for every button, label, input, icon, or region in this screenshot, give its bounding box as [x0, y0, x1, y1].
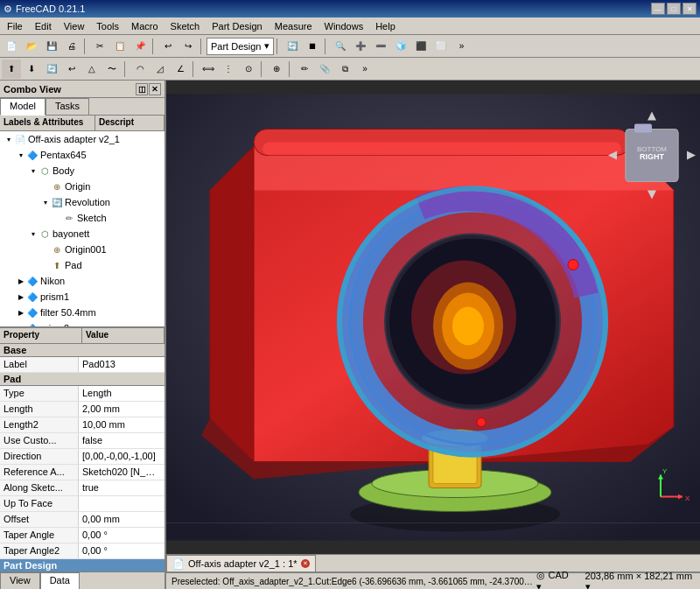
pd-pocket-btn[interactable]: ⬇: [22, 60, 41, 79]
pd-overflow-btn[interactable]: »: [355, 60, 374, 79]
menu-part-design[interactable]: Part Design: [206, 20, 267, 32]
menu-help[interactable]: Help: [370, 20, 401, 32]
view-front-btn[interactable]: ⬛: [411, 37, 430, 56]
pd-clone-btn[interactable]: ⧉: [335, 60, 354, 79]
menu-macro[interactable]: Macro: [126, 20, 164, 32]
pd-revolve-btn[interactable]: 🔄: [42, 60, 61, 79]
tree-item-icon: 🔷: [26, 149, 38, 161]
menu-sketch[interactable]: Sketch: [165, 20, 206, 32]
tree-expander-icon[interactable]: [40, 260, 51, 270]
tree-expander-icon[interactable]: ▶: [16, 307, 26, 318]
zoom-fit-btn[interactable]: 🔍: [331, 37, 350, 56]
overflow-btn[interactable]: »: [452, 37, 471, 56]
menu-windows[interactable]: Windows: [319, 20, 369, 32]
props-row[interactable]: Length2,00 mm: [0, 402, 164, 417]
zoom-in-btn[interactable]: ➕: [351, 37, 370, 56]
tree-item[interactable]: ▾🔄Revolution: [0, 194, 164, 210]
tree-expander-icon[interactable]: ▶: [16, 291, 26, 302]
refresh-btn[interactable]: 🔄: [283, 37, 302, 56]
menu-view[interactable]: View: [59, 20, 90, 32]
tree-expander-icon[interactable]: ▾: [4, 134, 14, 144]
pd-fillet-btn[interactable]: ◠: [130, 60, 150, 79]
pd-sweep-btn[interactable]: 〜: [102, 60, 122, 79]
status-cad-mode[interactable]: ◎ CAD ▾: [536, 570, 574, 589]
tree-expander-icon[interactable]: ▾: [40, 197, 51, 207]
props-row[interactable]: Offset0,00 mm: [0, 512, 164, 528]
tree-expander-icon[interactable]: ▾: [28, 228, 38, 239]
close-button[interactable]: ✕: [682, 3, 696, 15]
tab-view[interactable]: View: [0, 572, 40, 589]
tab-data[interactable]: Data: [40, 572, 80, 589]
tree-item[interactable]: ✏Sketch: [0, 210, 164, 226]
props-row[interactable]: Direction[0,00,-0,00,-1,00]: [0, 449, 164, 465]
menu-measure[interactable]: Measure: [270, 20, 318, 32]
toolbar-row-1: 📄 📂 💾 🖨 ✂ 📋 📌 ↩ ↪ Part Design ▾ 🔄 ⏹ 🔍 ➕ …: [0, 35, 700, 58]
viewport-tab-close-button[interactable]: ✕: [301, 559, 310, 568]
props-row[interactable]: TypeLength: [0, 386, 164, 402]
props-row[interactable]: Length210,00 mm: [0, 417, 164, 433]
maximize-button[interactable]: □: [667, 3, 681, 15]
tree-item[interactable]: ▶🔷prism2: [0, 320, 164, 326]
tab-tasks[interactable]: Tasks: [46, 98, 89, 115]
print-btn[interactable]: 🖨: [62, 37, 81, 56]
pd-attach-btn[interactable]: 📎: [315, 60, 334, 79]
props-row[interactable]: Along Sketc...true: [0, 480, 164, 496]
redo-btn[interactable]: ↪: [178, 37, 198, 56]
tree-item[interactable]: ⊕Origin: [0, 179, 164, 194]
close-panel-button[interactable]: ✕: [149, 83, 161, 95]
pd-chamfer-btn[interactable]: ◿: [150, 60, 170, 79]
viewport[interactable]: RIGHT BOTTOM X Y: [166, 81, 700, 554]
props-row[interactable]: Taper Angle20,00 °: [0, 543, 164, 559]
pd-loft-btn[interactable]: △: [82, 60, 102, 79]
float-button[interactable]: ◫: [136, 83, 148, 95]
pd-sketch-btn[interactable]: ✏: [295, 60, 314, 79]
tree-expander-icon[interactable]: [52, 213, 63, 223]
tree-expander-icon[interactable]: ▶: [16, 276, 26, 286]
pd-pad-btn[interactable]: ⬆: [2, 60, 21, 79]
props-row[interactable]: Up To Face: [0, 496, 164, 512]
undo-btn[interactable]: ↩: [158, 37, 178, 56]
tree-item[interactable]: ▶🔷filter 50.4mm: [0, 305, 164, 320]
viewport-tab[interactable]: 📄 Off-axis adapter v2_1 : 1* ✕: [166, 555, 316, 572]
tree-item[interactable]: ▾⬡Body: [0, 163, 164, 179]
props-row[interactable]: Use Custo...false: [0, 433, 164, 449]
pd-draft-btn[interactable]: ∠: [171, 60, 190, 79]
tree-item[interactable]: ▶🔷Nikon: [0, 273, 164, 289]
tree-expander-icon[interactable]: [40, 181, 51, 192]
pd-mirror-btn[interactable]: ⟺: [199, 60, 218, 79]
tree-expander-icon[interactable]: ▾: [16, 150, 26, 160]
minimize-button[interactable]: —: [651, 3, 665, 15]
tree-item[interactable]: ▾📄Off-axis adapter v2_1: [0, 131, 164, 147]
cut-btn[interactable]: ✂: [90, 37, 109, 56]
status-dimensions[interactable]: 203,86 mm × 182,21 mm ▾: [585, 571, 695, 590]
pd-groove-btn[interactable]: ↩: [62, 60, 81, 79]
open-btn[interactable]: 📂: [22, 37, 41, 56]
zoom-out-btn[interactable]: ➖: [371, 37, 390, 56]
tree-item[interactable]: ▾🔷Pentax645: [0, 147, 164, 163]
tree-item[interactable]: ⊕Origin001: [0, 242, 164, 257]
new-btn[interactable]: 📄: [2, 37, 21, 56]
menu-edit[interactable]: Edit: [30, 20, 57, 32]
pd-linear-btn[interactable]: ⋮: [219, 60, 238, 79]
props-row[interactable]: Taper Angle0,00 °: [0, 528, 164, 543]
tab-model[interactable]: Model: [0, 98, 46, 116]
menu-file[interactable]: File: [2, 20, 28, 32]
stop-btn[interactable]: ⏹: [303, 37, 322, 56]
props-row[interactable]: Reference A...Sketch020 [N_Axis]: [0, 465, 164, 480]
tree-item[interactable]: ▶🔷prism1: [0, 289, 164, 305]
save-btn[interactable]: 💾: [42, 37, 61, 56]
props-row[interactable]: LabelPad013: [0, 357, 164, 373]
tree-item[interactable]: ⬆Pad: [0, 257, 164, 273]
tree-expander-icon[interactable]: [40, 244, 51, 255]
tree-item[interactable]: ▾⬡bayonett: [0, 226, 164, 242]
menu-tools[interactable]: Tools: [91, 20, 124, 32]
view-top-btn[interactable]: ⬜: [431, 37, 451, 56]
tree-expander-icon[interactable]: ▾: [28, 165, 38, 176]
tree-view[interactable]: ▾📄Off-axis adapter v2_1▾🔷Pentax645▾⬡Body…: [0, 131, 164, 326]
view3d-btn[interactable]: 🧊: [391, 37, 410, 56]
workbench-dropdown[interactable]: Part Design ▾: [206, 38, 274, 55]
pd-bool-btn[interactable]: ⊕: [267, 60, 286, 79]
copy-btn[interactable]: 📋: [110, 37, 130, 56]
pd-polar-btn[interactable]: ⊙: [239, 60, 258, 79]
paste-btn[interactable]: 📌: [130, 37, 150, 56]
